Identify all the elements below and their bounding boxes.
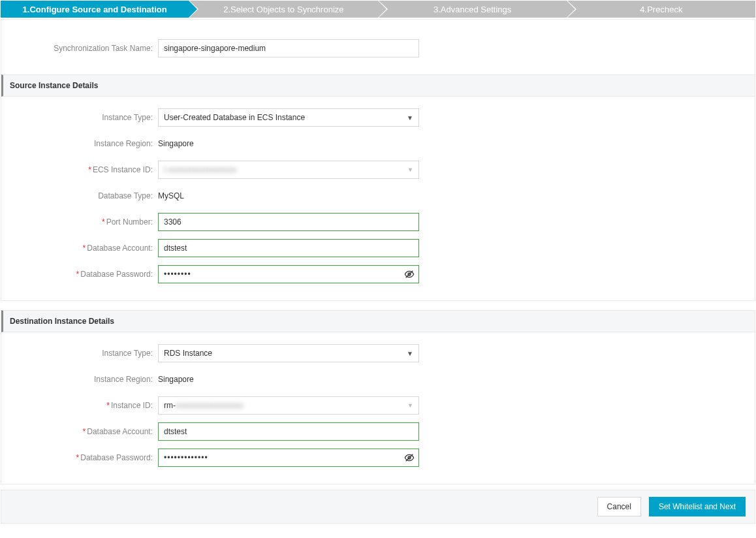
- combo-ecs-instance-id[interactable]: i-xxxxxxxxxxxxxxxx ▼: [158, 161, 419, 179]
- select-value: User-Created Database in ECS Instance: [164, 113, 305, 122]
- select-value: RDS Instance: [164, 349, 212, 358]
- label-task-name: Synchronization Task Name:: [1, 44, 158, 53]
- cancel-button[interactable]: Cancel: [597, 497, 641, 516]
- row-source-db-account: *Database Account:: [1, 239, 755, 257]
- chevron-down-icon: ▼: [407, 402, 413, 409]
- label-source-region: Instance Region:: [1, 139, 158, 148]
- combo-value: i-xxxxxxxxxxxxxxxx: [164, 165, 237, 174]
- chevron-down-icon: ▼: [407, 114, 413, 121]
- toggle-password-visibility-icon[interactable]: [400, 265, 419, 283]
- select-dest-instance-type[interactable]: RDS Instance ▼: [158, 344, 419, 362]
- row-source-db-password: *Database Password:: [1, 265, 755, 283]
- label-database-type: Database Type:: [1, 191, 158, 200]
- label-dest-db-password: *Database Password:: [1, 453, 158, 462]
- input-task-name[interactable]: [158, 39, 419, 57]
- combo-value: rm-xxxxxxxxxxxxxxxx: [164, 401, 244, 410]
- row-dest-region: Instance Region: Singapore: [1, 370, 755, 388]
- label-dest-instance-type: Instance Type:: [1, 349, 158, 358]
- row-task-name: Synchronization Task Name:: [1, 35, 755, 61]
- select-source-instance-type[interactable]: User-Created Database in ECS Instance ▼: [158, 108, 419, 127]
- step-2[interactable]: 2.Select Objects to Synchronize: [189, 1, 377, 18]
- row-dest-instance-type: Instance Type: RDS Instance ▼: [1, 344, 755, 362]
- label-source-db-account: *Database Account:: [1, 244, 158, 253]
- wizard-stepper: 1.Configure Source and Destination 2.Sel…: [0, 0, 756, 18]
- row-ecs-instance-id: *ECS Instance ID: i-xxxxxxxxxxxxxxxx ▼: [1, 161, 755, 179]
- footer-bar: Cancel Set Whitelist and Next: [1, 490, 755, 524]
- row-database-type: Database Type: MySQL: [1, 187, 755, 205]
- text-database-type: MySQL: [158, 189, 419, 203]
- input-dest-db-account[interactable]: [158, 422, 419, 441]
- input-port-number[interactable]: [158, 213, 419, 231]
- step-4[interactable]: 4.Precheck: [567, 1, 755, 18]
- row-dest-instance-id: *Instance ID: rm-xxxxxxxxxxxxxxxx ▼: [1, 396, 755, 415]
- chevron-down-icon: ▼: [407, 166, 413, 173]
- destination-header: Destination Instance Details: [1, 310, 755, 332]
- row-port-number: *Port Number:: [1, 213, 755, 231]
- row-source-instance-type: Instance Type: User-Created Database in …: [1, 108, 755, 127]
- config-panel-destination: Destination Instance Details Instance Ty…: [1, 310, 755, 484]
- label-port-number: *Port Number:: [1, 217, 158, 227]
- label-dest-instance-id: *Instance ID:: [1, 401, 158, 410]
- row-dest-db-password: *Database Password:: [1, 449, 755, 467]
- config-panel-top: Synchronization Task Name: Source Instan…: [1, 19, 755, 301]
- chevron-down-icon: ▼: [407, 350, 413, 357]
- text-source-region: Singapore: [158, 136, 419, 151]
- row-source-region: Instance Region: Singapore: [1, 134, 755, 153]
- step-3[interactable]: 3.Advanced Settings: [379, 1, 567, 18]
- label-source-instance-type: Instance Type:: [1, 113, 158, 122]
- label-ecs-instance-id: *ECS Instance ID:: [1, 165, 158, 174]
- input-source-db-password[interactable]: [158, 265, 419, 283]
- set-whitelist-next-button[interactable]: Set Whitelist and Next: [649, 497, 746, 516]
- text-dest-region: Singapore: [158, 372, 419, 387]
- label-dest-region: Instance Region:: [1, 375, 158, 384]
- label-source-db-password: *Database Password:: [1, 270, 158, 279]
- row-dest-db-account: *Database Account:: [1, 422, 755, 441]
- source-header: Source Instance Details: [1, 74, 755, 97]
- toggle-password-visibility-icon[interactable]: [400, 449, 419, 467]
- combo-dest-instance-id[interactable]: rm-xxxxxxxxxxxxxxxx ▼: [158, 396, 419, 415]
- input-source-db-account[interactable]: [158, 239, 419, 257]
- step-1[interactable]: 1.Configure Source and Destination: [1, 1, 189, 18]
- input-dest-db-password[interactable]: [158, 449, 419, 467]
- label-dest-db-account: *Database Account:: [1, 427, 158, 436]
